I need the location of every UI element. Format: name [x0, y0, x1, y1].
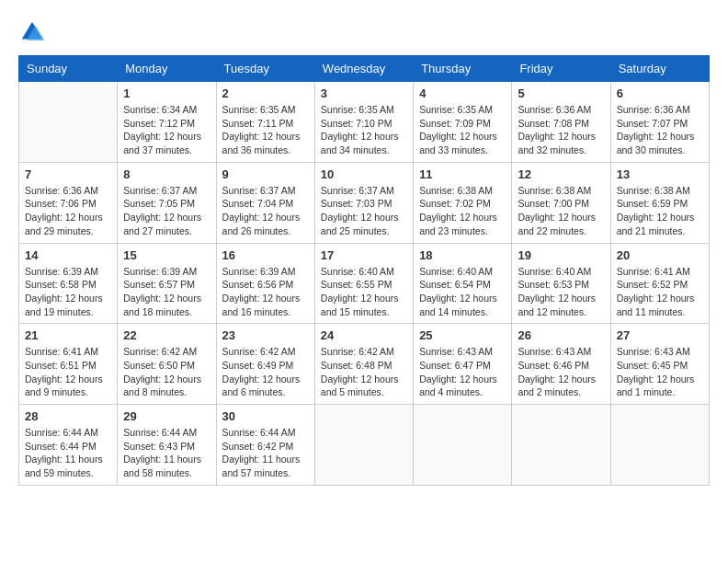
calendar-cell: 20Sunrise: 6:41 AMSunset: 6:52 PMDayligh…: [610, 243, 709, 324]
day-info: Sunrise: 6:37 AMSunset: 7:05 PMDaylight:…: [123, 184, 210, 238]
day-info: Sunrise: 6:34 AMSunset: 7:12 PMDaylight:…: [123, 103, 210, 157]
day-number: 4: [419, 86, 506, 100]
day-info: Sunrise: 6:40 AMSunset: 6:54 PMDaylight:…: [419, 265, 506, 319]
day-number: 12: [518, 167, 604, 181]
calendar-cell: 13Sunrise: 6:38 AMSunset: 6:59 PMDayligh…: [610, 162, 709, 243]
day-info: Sunrise: 6:35 AMSunset: 7:10 PMDaylight:…: [321, 103, 407, 157]
day-info: Sunrise: 6:42 AMSunset: 6:49 PMDaylight:…: [222, 345, 309, 399]
calendar-week-row: 7Sunrise: 6:36 AMSunset: 7:06 PMDaylight…: [19, 162, 710, 243]
weekday-header: Sunday: [19, 56, 118, 82]
day-number: 30: [222, 409, 309, 423]
calendar-cell: [314, 405, 413, 486]
calendar-cell: 9Sunrise: 6:37 AMSunset: 7:04 PMDaylight…: [216, 162, 314, 243]
day-number: 7: [25, 167, 111, 181]
calendar-cell: [512, 405, 610, 486]
day-info: Sunrise: 6:44 AMSunset: 6:44 PMDaylight:…: [25, 426, 111, 480]
day-number: 21: [25, 328, 111, 342]
logo: [18, 18, 50, 46]
day-number: 19: [518, 248, 604, 262]
day-number: 26: [518, 328, 604, 342]
calendar-cell: 5Sunrise: 6:36 AMSunset: 7:08 PMDaylight…: [512, 82, 610, 163]
day-info: Sunrise: 6:36 AMSunset: 7:08 PMDaylight:…: [518, 103, 604, 157]
day-info: Sunrise: 6:41 AMSunset: 6:51 PMDaylight:…: [25, 345, 111, 399]
calendar-week-row: 14Sunrise: 6:39 AMSunset: 6:58 PMDayligh…: [19, 243, 710, 324]
day-number: 5: [518, 86, 604, 100]
day-info: Sunrise: 6:35 AMSunset: 7:09 PMDaylight:…: [419, 103, 506, 157]
day-number: 23: [222, 328, 309, 342]
day-info: Sunrise: 6:43 AMSunset: 6:47 PMDaylight:…: [419, 345, 506, 399]
weekday-header: Wednesday: [314, 56, 413, 82]
day-info: Sunrise: 6:44 AMSunset: 6:42 PMDaylight:…: [222, 426, 309, 480]
day-info: Sunrise: 6:38 AMSunset: 6:59 PMDaylight:…: [617, 184, 703, 238]
day-number: 28: [25, 409, 111, 423]
day-info: Sunrise: 6:42 AMSunset: 6:48 PMDaylight:…: [321, 345, 407, 399]
calendar-cell: [610, 405, 709, 486]
calendar-cell: 15Sunrise: 6:39 AMSunset: 6:57 PMDayligh…: [118, 243, 216, 324]
logo-icon: [18, 18, 46, 46]
day-info: Sunrise: 6:38 AMSunset: 7:00 PMDaylight:…: [518, 184, 604, 238]
day-number: 10: [321, 167, 407, 181]
day-number: 16: [222, 248, 309, 262]
weekday-header: Monday: [118, 56, 216, 82]
day-number: 3: [321, 86, 407, 100]
calendar-cell: 14Sunrise: 6:39 AMSunset: 6:58 PMDayligh…: [19, 243, 118, 324]
calendar-week-row: 1Sunrise: 6:34 AMSunset: 7:12 PMDaylight…: [19, 82, 710, 163]
calendar-table: SundayMondayTuesdayWednesdayThursdayFrid…: [18, 55, 710, 486]
weekday-header: Tuesday: [216, 56, 314, 82]
day-number: 15: [123, 248, 210, 262]
calendar-week-row: 21Sunrise: 6:41 AMSunset: 6:51 PMDayligh…: [19, 324, 710, 405]
day-number: 29: [123, 409, 210, 423]
calendar-cell: 29Sunrise: 6:44 AMSunset: 6:43 PMDayligh…: [118, 405, 216, 486]
calendar-cell: 17Sunrise: 6:40 AMSunset: 6:55 PMDayligh…: [314, 243, 413, 324]
calendar-cell: 22Sunrise: 6:42 AMSunset: 6:50 PMDayligh…: [118, 324, 216, 405]
calendar-cell: 30Sunrise: 6:44 AMSunset: 6:42 PMDayligh…: [216, 405, 314, 486]
day-number: 14: [25, 248, 111, 262]
day-info: Sunrise: 6:39 AMSunset: 6:58 PMDaylight:…: [25, 265, 111, 319]
day-info: Sunrise: 6:40 AMSunset: 6:55 PMDaylight:…: [321, 265, 407, 319]
calendar-cell: 19Sunrise: 6:40 AMSunset: 6:53 PMDayligh…: [512, 243, 610, 324]
day-info: Sunrise: 6:40 AMSunset: 6:53 PMDaylight:…: [518, 265, 604, 319]
day-info: Sunrise: 6:35 AMSunset: 7:11 PMDaylight:…: [222, 103, 309, 157]
weekday-header-row: SundayMondayTuesdayWednesdayThursdayFrid…: [19, 56, 710, 82]
day-number: 8: [123, 167, 210, 181]
calendar-cell: 16Sunrise: 6:39 AMSunset: 6:56 PMDayligh…: [216, 243, 314, 324]
day-info: Sunrise: 6:39 AMSunset: 6:56 PMDaylight:…: [222, 265, 309, 319]
day-number: 20: [617, 248, 703, 262]
day-number: 2: [222, 86, 309, 100]
day-info: Sunrise: 6:44 AMSunset: 6:43 PMDaylight:…: [123, 426, 210, 480]
calendar-cell: 11Sunrise: 6:38 AMSunset: 7:02 PMDayligh…: [414, 162, 512, 243]
calendar-cell: 7Sunrise: 6:36 AMSunset: 7:06 PMDaylight…: [19, 162, 118, 243]
weekday-header: Saturday: [610, 56, 709, 82]
calendar-cell: 12Sunrise: 6:38 AMSunset: 7:00 PMDayligh…: [512, 162, 610, 243]
day-number: 6: [617, 86, 703, 100]
day-number: 17: [321, 248, 407, 262]
calendar-cell: 6Sunrise: 6:36 AMSunset: 7:07 PMDaylight…: [610, 82, 709, 163]
day-number: 24: [321, 328, 407, 342]
calendar-cell: 10Sunrise: 6:37 AMSunset: 7:03 PMDayligh…: [314, 162, 413, 243]
day-number: 13: [617, 167, 703, 181]
page-header: [18, 18, 710, 46]
calendar-cell: 21Sunrise: 6:41 AMSunset: 6:51 PMDayligh…: [19, 324, 118, 405]
calendar-week-row: 28Sunrise: 6:44 AMSunset: 6:44 PMDayligh…: [19, 405, 710, 486]
day-number: 11: [419, 167, 506, 181]
day-info: Sunrise: 6:37 AMSunset: 7:03 PMDaylight:…: [321, 184, 407, 238]
day-info: Sunrise: 6:36 AMSunset: 7:07 PMDaylight:…: [617, 103, 703, 157]
day-info: Sunrise: 6:39 AMSunset: 6:57 PMDaylight:…: [123, 265, 210, 319]
day-info: Sunrise: 6:36 AMSunset: 7:06 PMDaylight:…: [25, 184, 111, 238]
calendar-cell: 2Sunrise: 6:35 AMSunset: 7:11 PMDaylight…: [216, 82, 314, 163]
calendar-cell: 26Sunrise: 6:43 AMSunset: 6:46 PMDayligh…: [512, 324, 610, 405]
day-info: Sunrise: 6:43 AMSunset: 6:45 PMDaylight:…: [617, 345, 703, 399]
day-number: 1: [123, 86, 210, 100]
calendar-cell: 3Sunrise: 6:35 AMSunset: 7:10 PMDaylight…: [314, 82, 413, 163]
calendar-cell: 25Sunrise: 6:43 AMSunset: 6:47 PMDayligh…: [414, 324, 512, 405]
calendar-cell: 8Sunrise: 6:37 AMSunset: 7:05 PMDaylight…: [118, 162, 216, 243]
calendar-cell: 23Sunrise: 6:42 AMSunset: 6:49 PMDayligh…: [216, 324, 314, 405]
calendar-cell: [19, 82, 118, 163]
calendar-cell: 24Sunrise: 6:42 AMSunset: 6:48 PMDayligh…: [314, 324, 413, 405]
day-number: 18: [419, 248, 506, 262]
day-info: Sunrise: 6:42 AMSunset: 6:50 PMDaylight:…: [123, 345, 210, 399]
weekday-header: Thursday: [414, 56, 512, 82]
day-number: 22: [123, 328, 210, 342]
calendar-cell: 18Sunrise: 6:40 AMSunset: 6:54 PMDayligh…: [414, 243, 512, 324]
day-number: 27: [617, 328, 703, 342]
